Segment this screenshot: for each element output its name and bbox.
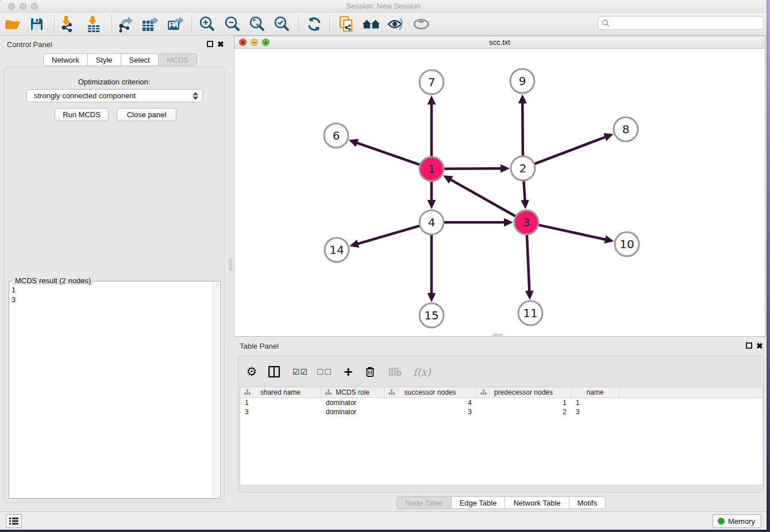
network-canvas[interactable]: 1234678910111415: [234, 49, 765, 337]
export-image-button[interactable]: [166, 15, 184, 33]
close-panel-button[interactable]: Close panel: [117, 108, 176, 121]
column-header-shared-name[interactable]: shared name: [240, 387, 321, 398]
toolbar-separator: [329, 15, 330, 33]
view-splitter-handle[interactable]: [493, 334, 502, 337]
table-panel-title: Table Panel: [240, 342, 279, 350]
close-table-panel-icon[interactable]: ✖: [756, 341, 763, 350]
graph-edge-4-14[interactable]: [357, 226, 419, 244]
task-history-button[interactable]: [6, 514, 22, 528]
cell-shared-name: 1: [240, 398, 321, 407]
clear-checkboxes-icon[interactable]: ☐☐: [317, 367, 332, 376]
app-window: Session: New Session: [0, 0, 767, 530]
delete-trash-icon[interactable]: [365, 366, 380, 377]
export-network-icon: [117, 16, 134, 33]
mcds-result-title: MCDS result (2 nodes): [13, 276, 93, 285]
table-panel: ⚙ ☑☑ ☐☐ + f(x) shared name: [238, 355, 764, 493]
add-column-icon[interactable]: +: [341, 366, 356, 377]
close-panel-icon[interactable]: ✖: [217, 40, 224, 49]
home-networks-button[interactable]: [362, 15, 380, 33]
tab-network-table[interactable]: Network Table: [505, 496, 569, 509]
optimization-criterion-select[interactable]: strongly connected component: [26, 89, 203, 102]
zoom-in-icon: [198, 16, 215, 33]
cell-successor-nodes: 4: [384, 398, 476, 407]
main-toolbar: [0, 13, 767, 36]
tab-network[interactable]: Network: [43, 53, 88, 66]
graph-edge-2-3[interactable]: [523, 181, 525, 201]
import-table-icon: [86, 16, 101, 33]
node-table[interactable]: shared name MCDS role successor nodes pr…: [240, 387, 763, 485]
gear-icon[interactable]: ⚙: [244, 365, 259, 379]
column-header-successor-nodes[interactable]: successor nodes: [384, 387, 476, 398]
panel-splitter-handle[interactable]: [229, 259, 232, 271]
split-columns-icon[interactable]: [268, 366, 283, 377]
duplicate-network-button[interactable]: [337, 15, 356, 33]
dropdown-selected-value: strongly connected component: [34, 91, 136, 100]
graph-edge-3-1[interactable]: [451, 180, 515, 217]
zoom-out-icon: [224, 16, 241, 33]
graph-edge-1-6[interactable]: [357, 143, 419, 165]
float-table-panel-icon[interactable]: [746, 342, 752, 349]
zoom-selected-button[interactable]: [272, 15, 291, 33]
toolbar-separator: [111, 15, 112, 33]
table-row[interactable]: 1 dominator 4 1 1: [240, 398, 763, 407]
graph-node-label-6: 6: [333, 129, 340, 142]
column-header-mcds-role[interactable]: MCDS role: [321, 387, 384, 398]
search-box[interactable]: [598, 16, 764, 30]
control-panel-tabs: Network Style Select MCDS: [43, 53, 197, 66]
show-all-button[interactable]: [412, 15, 430, 33]
graph-node-label-7: 7: [428, 75, 436, 89]
hierarchy-icon: [480, 390, 487, 395]
save-session-button[interactable]: [28, 15, 46, 33]
table-header-row: shared name MCDS role successor nodes pr…: [240, 387, 763, 398]
refresh-icon: [306, 16, 322, 32]
graph-node-label-15: 15: [424, 309, 438, 322]
memory-button[interactable]: Memory: [713, 514, 761, 528]
list-icon: [9, 517, 18, 525]
hierarchy-icon: [325, 390, 332, 395]
zoom-fit-button[interactable]: [248, 15, 266, 33]
result-scrollbar[interactable]: [212, 283, 219, 497]
control-panel-header: Control Panel ✖: [0, 38, 228, 52]
cell-successor-nodes: 3: [384, 407, 476, 417]
tab-mcds[interactable]: MCDS: [159, 53, 197, 66]
hierarchy-icon: [388, 390, 395, 395]
zoom-in-button[interactable]: [198, 15, 216, 33]
open-session-button[interactable]: [3, 15, 22, 33]
refresh-layout-button[interactable]: [305, 15, 324, 33]
export-image-icon: [167, 16, 184, 33]
graph-edge-1-2[interactable]: [444, 168, 501, 169]
mcds-result-text[interactable]: 1 3: [11, 285, 16, 304]
tab-motifs[interactable]: Motifs: [569, 496, 606, 509]
result-line: 1: [11, 285, 16, 295]
search-icon: [602, 19, 610, 27]
tab-edge-table[interactable]: Edge Table: [452, 496, 506, 509]
export-network-button[interactable]: [116, 15, 134, 33]
column-header-predecessor-nodes[interactable]: predecessor nodes: [476, 387, 571, 398]
tab-node-table[interactable]: Node Table: [396, 496, 452, 509]
select-all-checkboxes-icon[interactable]: ☑☑: [292, 367, 307, 376]
graph-edge-3-11[interactable]: [527, 235, 529, 291]
search-input[interactable]: [610, 17, 764, 29]
hide-selected-button[interactable]: [387, 15, 405, 33]
graph-node-label-4: 4: [428, 215, 436, 229]
tab-select[interactable]: Select: [121, 53, 159, 66]
tab-style[interactable]: Style: [88, 53, 121, 66]
session-title: Session: New Session: [0, 2, 767, 10]
status-bar: Memory: [0, 511, 767, 530]
graph-edge-3-10[interactable]: [538, 225, 605, 240]
cell-predecessor-nodes: 2: [476, 407, 571, 417]
graph-node-label-3: 3: [523, 215, 530, 229]
column-header-name[interactable]: name: [571, 387, 619, 398]
float-panel-icon[interactable]: [207, 41, 213, 47]
run-mcds-button[interactable]: Run MCDS: [55, 108, 109, 121]
import-table-button[interactable]: [84, 15, 103, 33]
delete-table-icon: [389, 367, 404, 376]
graph-edge-2-8[interactable]: [535, 137, 606, 164]
network-window-title-bar: ✕ − + scc.txt: [234, 36, 765, 49]
table-row[interactable]: 3 dominator 3 2 3: [240, 407, 763, 417]
graph-edge-2-9[interactable]: [522, 103, 523, 156]
cell-mcds-role: dominator: [321, 398, 384, 407]
export-table-button[interactable]: [141, 15, 159, 33]
import-network-button[interactable]: [57, 15, 76, 33]
zoom-out-button[interactable]: [223, 15, 241, 33]
